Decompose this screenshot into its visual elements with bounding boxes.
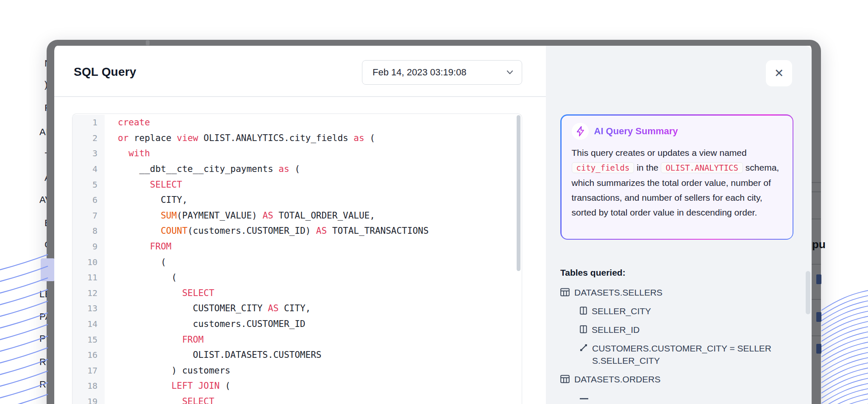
code-line: 2or replace view OLIST.ANALYTICS.city_fi… <box>72 130 522 146</box>
timestamp-value: Feb 14, 2023 03:19:08 <box>373 67 506 78</box>
column-list-item[interactable]: SELLER_ID <box>580 324 789 336</box>
timestamp-dropdown[interactable]: Feb 14, 2023 03:19:08 <box>362 60 522 85</box>
code-line: 18 LEFT JOIN ( <box>72 378 522 394</box>
line-number: 5 <box>72 177 105 192</box>
code-line: 9 FROM <box>72 239 522 255</box>
code-text: customers.CUSTOMER_ID <box>105 319 306 329</box>
item-label: SELLER_CITY <box>592 305 651 317</box>
code-text: SELECT <box>105 288 214 298</box>
inline-code-chip: city_fields <box>572 162 634 173</box>
background-table-cell-marker <box>816 344 821 354</box>
ai-query-summary-card: AI Query Summary This query creates or u… <box>560 114 793 240</box>
line-number: 4 <box>72 161 105 177</box>
table-list-item[interactable]: DATASETS.ORDERS <box>560 373 789 385</box>
code-text: or replace view OLIST.ANALYTICS.city_fie… <box>105 133 375 143</box>
code-text: ( <box>105 257 166 267</box>
background-text-fragment-right: pu <box>812 238 826 251</box>
code-line: 11 ( <box>72 270 522 285</box>
page-title: SQL Query <box>74 65 136 79</box>
table-icon <box>560 373 570 383</box>
ai-summary-text: This query creates or updates a view nam… <box>572 145 785 220</box>
code-line: 3 with <box>72 146 522 161</box>
item-label: SELLER_ID <box>592 324 640 336</box>
background-row-divider <box>812 191 821 192</box>
line-number: 16 <box>72 347 105 363</box>
column-list-item[interactable]: SELLER_CITY <box>580 305 789 317</box>
line-number: 12 <box>72 285 105 301</box>
code-text: create <box>105 117 150 127</box>
code-text: FROM <box>105 241 171 252</box>
line-number: 11 <box>72 270 105 285</box>
tables-queried-section: Tables queried: DATASETS.SELLERSSELLER_C… <box>560 268 789 392</box>
close-icon: ✕ <box>774 68 784 79</box>
decorative-waves-left <box>0 250 48 404</box>
code-text: SELECT <box>105 396 214 404</box>
code-line: 10 ( <box>72 254 522 270</box>
code-text: __dbt__cte__city_payments as ( <box>105 164 300 174</box>
code-line: 16 OLIST.DATASETS.CUSTOMERS <box>72 347 522 363</box>
line-number: 15 <box>72 332 105 347</box>
line-number: 19 <box>72 394 105 404</box>
column-icon <box>580 324 587 333</box>
item-label: CUSTOMERS.CUSTOMER_CITY = SELLERS.SELLER… <box>592 342 775 367</box>
line-number: 9 <box>72 239 105 255</box>
screenshot-stage: N)RAD-AAVBCCLEPAPIRIRI pu SQL Query Feb … <box>0 0 868 404</box>
table-list-item[interactable]: DATASETS.SELLERS <box>560 286 789 299</box>
code-line: 6 CITY, <box>72 192 522 208</box>
line-number: 8 <box>72 223 105 239</box>
code-text: CITY, <box>105 195 187 205</box>
item-label: DATASETS.ORDERS <box>574 373 660 385</box>
code-line: 13 CUSTOMER_CITY AS CITY, <box>72 301 522 316</box>
table-icon <box>560 286 570 296</box>
code-lines: 1create2or replace view OLIST.ANALYTICS.… <box>72 114 522 404</box>
background-row-divider <box>812 182 821 183</box>
code-line: 4 __dbt__cte__city_payments as ( <box>72 161 522 177</box>
query-details-panel: ✕ <box>546 46 812 404</box>
background-table-cell-marker <box>816 312 821 322</box>
line-number: 14 <box>72 316 105 332</box>
line-number: 17 <box>72 363 105 379</box>
code-text: FROM <box>105 335 203 345</box>
background-row-divider <box>812 219 821 219</box>
join-condition-item[interactable]: CUSTOMERS.CUSTOMER_CITY = SELLERS.SELLER… <box>580 342 789 367</box>
column-icon <box>580 305 587 315</box>
decorative-waves-right <box>821 285 868 404</box>
line-number: 6 <box>72 192 105 208</box>
code-text: SUM(PAYMENT_VALUE) AS TOTAL_ORDER_VALUE, <box>105 210 375 221</box>
line-number: 18 <box>72 378 105 394</box>
line-number: 3 <box>72 146 105 161</box>
ai-summary-title: AI Query Summary <box>594 126 678 137</box>
code-line: 12 SELECT <box>72 285 522 301</box>
chevron-down-icon <box>506 70 513 75</box>
code-line: 1create <box>72 115 522 130</box>
background-table-cell-marker <box>816 274 821 284</box>
panel-scrollbar-thumb[interactable] <box>806 271 810 314</box>
code-line: 7 SUM(PAYMENT_VALUE) AS TOTAL_ORDER_VALU… <box>72 208 522 224</box>
code-scrollbar-thumb[interactable] <box>517 115 520 271</box>
code-text: OLIST.DATASETS.CUSTOMERS <box>105 350 321 360</box>
code-line: 5 SELECT <box>72 177 522 192</box>
code-text: ) customers <box>105 365 231 376</box>
window-frame-seam <box>146 40 150 45</box>
line-number: 10 <box>72 254 105 270</box>
close-button[interactable]: ✕ <box>766 60 792 86</box>
code-text: COUNT(customers.CUSTOMER_ID) AS TOTAL_TR… <box>105 226 428 236</box>
inline-code-chip: OLIST.ANALYTICS <box>661 162 743 173</box>
tables-queried-list: DATASETS.SELLERSSELLER_CITYSELLER_IDCUST… <box>560 286 789 385</box>
ai-bolt-icon <box>572 123 589 140</box>
line-number: 7 <box>72 208 105 224</box>
code-line: 8 COUNT(customers.CUSTOMER_ID) AS TOTAL_… <box>72 223 522 239</box>
tables-queried-heading: Tables queried: <box>560 268 789 278</box>
background-row-divider <box>812 335 821 336</box>
item-label: DATASETS.SELLERS <box>574 286 662 299</box>
join-icon <box>580 342 587 351</box>
code-line: 15 FROM <box>72 332 522 347</box>
sql-code-viewer[interactable]: 1create2or replace view OLIST.ANALYTICS.… <box>72 113 522 404</box>
code-line: 19 SELECT <box>72 394 522 404</box>
code-line: 14 customers.CUSTOMER_ID <box>72 316 522 332</box>
background-row-divider <box>812 299 821 300</box>
sql-query-modal: SQL Query Feb 14, 2023 03:19:08 1create2… <box>54 46 812 404</box>
line-number: 1 <box>72 115 105 130</box>
line-number: 2 <box>72 130 105 146</box>
background-row-divider <box>812 264 821 265</box>
